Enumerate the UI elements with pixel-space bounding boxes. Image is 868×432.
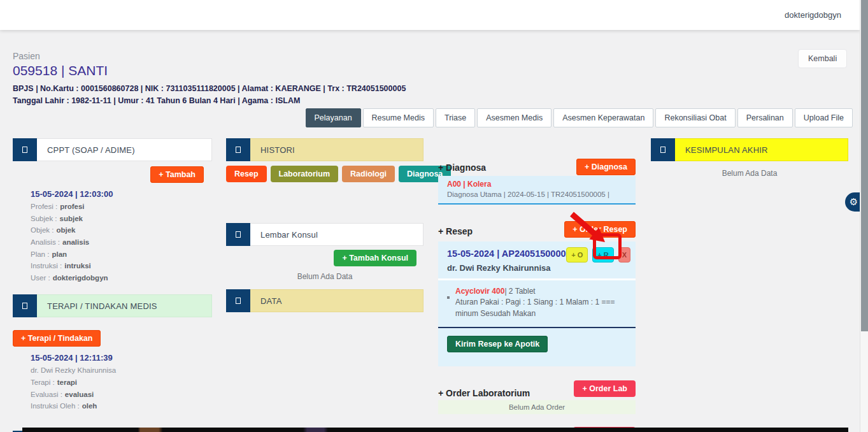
terapi-section-header: TERAPI / TINDAKAN MEDIS (13, 294, 212, 317)
bullet-icon (447, 296, 450, 299)
section-square-icon (651, 138, 675, 161)
patient-section-label: Pasien (13, 51, 406, 61)
field-label: Instruksi Oleh : (31, 402, 80, 410)
annotation-arrow-icon (566, 209, 629, 263)
emr-pelayanan-page: dokterigdobgyn Pasien 059518 | SANTI BPJ… (0, 0, 868, 432)
field-value: subjek (60, 215, 83, 222)
order-lab-button[interactable]: + Order Lab (574, 380, 636, 397)
histori-section-header: HISTORI (226, 138, 423, 161)
section-square-icon (13, 294, 37, 317)
cppt-entry: 15-05-2024 | 12:03:00 Profesi :profesi S… (31, 189, 212, 284)
field-label: Objek : (31, 226, 53, 234)
field-value: objek (56, 226, 75, 234)
section-square-icon (226, 138, 250, 161)
histori-radiologi-button[interactable]: Radiologi (342, 166, 395, 182)
diagnosa-code: A00 | Kolera (447, 180, 629, 189)
terapi-add-button[interactable]: + Terapi / Tindakan (13, 330, 101, 347)
tab-bar: Pelayanan Resume Medis Triase Asesmen Me… (306, 108, 853, 127)
resep-drug-item: Acyclovir 400| 2 Tablet Aturan Pakai : P… (438, 280, 636, 327)
field-value: analisis (62, 238, 89, 246)
drug-name: Acyclovir 400 (455, 287, 504, 296)
kesimpulan-title: KESIMPULAN AKHIR (675, 138, 848, 161)
histori-section-title: HISTORI (250, 138, 423, 161)
cppt-entry-datetime: 15-05-2024 | 12:03:00 (31, 189, 212, 199)
field-label: Evaluasi : (31, 391, 62, 398)
logged-in-username[interactable]: dokterigdobgyn (785, 10, 841, 20)
data-section-title: DATA (250, 289, 423, 312)
field-value: profesi (60, 203, 84, 210)
data-section-header: DATA (226, 289, 423, 312)
tab-rekonsiliasi-obat[interactable]: Rekonsiliasi Obat (655, 108, 735, 127)
tab-asesmen-keperawatan[interactable]: Asesmen Keperawatan (553, 108, 653, 127)
patient-id-name: 059518 | SANTI (13, 63, 406, 78)
kesimpulan-section-header: KESIMPULAN AKHIR (651, 138, 848, 161)
drug-qty: | 2 Tablet (504, 287, 535, 296)
histori-laboratorium-button[interactable]: Laboratorium (271, 166, 339, 182)
top-navbar: dokterigdobgyn (0, 0, 860, 30)
terapi-entry-doctor: dr. Dwi Rezky Khairunnisa (31, 364, 212, 377)
terapi-entry: 15-05-2024 | 12:11:39 dr. Dwi Rezky Khai… (31, 353, 212, 412)
column-histori: HISTORI Resep Laboratorium Radiologi Dia… (226, 138, 423, 312)
order-lab-heading: + Order Laboratorium (438, 388, 530, 398)
lembar-konsul-empty-text: Belum Ada Data (226, 272, 423, 281)
cppt-section-header: CPPT (SOAP / ADIME) (13, 138, 212, 161)
terapi-section-title: TERAPI / TINDAKAN MEDIS (37, 294, 212, 317)
lembar-konsul-section-header: Lembar Konsul (226, 223, 423, 246)
section-square-icon (226, 289, 250, 312)
field-label: User : (31, 274, 50, 282)
tab-persalinan[interactable]: Persalinan (737, 108, 793, 127)
field-value: terapi (57, 378, 77, 386)
kesimpulan-empty-text: Belum Ada Data (651, 169, 848, 178)
cppt-add-button[interactable]: + Tambah (150, 166, 204, 183)
diagnosa-detail: Diagnosa Utama | 2024-05-15 | TR24051500… (447, 191, 629, 198)
tab-resume-medis[interactable]: Resume Medis (363, 108, 434, 127)
diagnosa-item[interactable]: A00 | Kolera Diagnosa Utama | 2024-05-15… (438, 176, 636, 205)
tab-triase[interactable]: Triase (436, 108, 475, 127)
field-label: Plan : (31, 250, 49, 258)
field-label: Instruksi : (31, 262, 62, 270)
patient-info-line-2: Tanggal Lahir : 1982-11-11 | Umur : 41 T… (13, 95, 406, 107)
lembar-konsul-title: Lembar Konsul (250, 223, 423, 246)
back-button[interactable]: Kembali (798, 49, 847, 68)
column-orders: + Diagnosa + Diagnosa A00 | Kolera Diagn… (438, 138, 636, 432)
order-lab-empty-text: Belum Ada Order (438, 400, 636, 414)
column-cppt: CPPT (SOAP / ADIME) + Tambah 15-05-2024 … (13, 138, 212, 432)
field-value: oleh (82, 402, 97, 410)
field-value: dokterigdobgyn (53, 274, 108, 282)
cutoff-content-strip (22, 428, 848, 432)
field-label: Terapi : (31, 378, 55, 386)
scrollbar-thumb[interactable] (861, 0, 868, 331)
field-label: Subjek : (31, 215, 57, 222)
field-label: Analisis : (31, 238, 60, 246)
field-value: intruksi (64, 262, 91, 270)
diagnosa-add-button[interactable]: + Diagnosa (576, 159, 636, 175)
cppt-section-title: CPPT (SOAP / ADIME) (37, 138, 212, 161)
field-label: Profesi : (31, 203, 57, 210)
tab-asesmen-medis[interactable]: Asesmen Medis (477, 108, 551, 127)
resep-heading: + Resep (438, 226, 473, 236)
tab-pelayanan[interactable]: Pelayanan (306, 108, 361, 127)
section-square-icon (13, 138, 37, 161)
patient-info-line-1: BPJS | No.Kartu : 0001560860728 | NIK : … (13, 83, 406, 95)
tambah-konsul-button[interactable]: + Tambah Konsul (334, 250, 416, 266)
terapi-entry-datetime: 15-05-2024 | 12:11:39 (31, 353, 212, 363)
field-value: evaluasi (65, 391, 94, 398)
field-value: plan (52, 250, 67, 258)
column-kesimpulan: KESIMPULAN AKHIR Belum Ada Data (651, 138, 848, 178)
diagnosa-heading: + Diagnosa (438, 162, 486, 173)
drug-usage: Aturan Pakai : Pagi : 1 Siang : 1 Malam … (455, 298, 615, 317)
section-square-icon (226, 223, 250, 246)
resep-doctor: dr. Dwi Rezky Khairunnisa (447, 263, 629, 273)
tab-upload-file[interactable]: Upload File (795, 108, 853, 127)
kirim-resep-button[interactable]: Kirim Resep ke Apotik (447, 336, 548, 352)
histori-resep-button[interactable]: Resep (226, 166, 267, 182)
gear-icon: ⚙ (850, 196, 858, 208)
page-scrollbar[interactable] (860, 0, 868, 432)
patient-header: Pasien 059518 | SANTI BPJS | No.Kartu : … (13, 51, 406, 108)
